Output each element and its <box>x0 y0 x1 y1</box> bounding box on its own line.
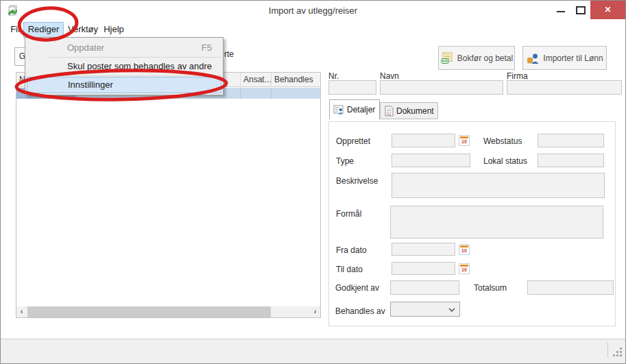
formal-label: Formål <box>336 209 361 219</box>
godkjent-av-label: Godkjent av <box>335 283 379 293</box>
svg-text:KR: KR <box>442 59 448 63</box>
bokfor-og-betal-label: Bokfør og betal <box>457 53 513 63</box>
grid-horizontal-scrollbar[interactable]: ‹ › <box>16 306 320 317</box>
godkjent-av-field[interactable] <box>390 280 459 295</box>
navn-label: Navn <box>380 71 399 81</box>
lokal-status-label: Lokal status <box>483 156 527 166</box>
scrollbar-thumb[interactable] <box>27 306 271 317</box>
expense-grid: N... Ansat... Behandles av ‹ › <box>16 72 321 318</box>
firma-field[interactable] <box>507 80 622 95</box>
detaljer-tab-icon <box>333 104 344 115</box>
rediger-dropdown-menu: Oppdater F5 Skul poster som behandles av… <box>25 37 224 95</box>
tab-detaljer[interactable]: Detaljer <box>329 99 380 119</box>
fra-dato-label: Fra dato <box>336 245 367 255</box>
type-label: Type <box>336 156 354 166</box>
statusbar-separator <box>607 342 608 358</box>
menu-item-oppdater-label: Oppdater <box>67 43 104 53</box>
firma-label: Firma <box>507 71 528 81</box>
grid-header-behandles-av[interactable]: Behandles av <box>272 73 320 87</box>
totalsum-label: Totalsum <box>474 283 507 293</box>
titlebar: Import av utlegg/reiser ✕ <box>1 1 625 21</box>
navn-field[interactable] <box>380 80 503 95</box>
fra-dato-calendar-icon[interactable]: 10 <box>459 244 470 255</box>
totalsum-field[interactable] <box>527 280 614 295</box>
menu-separator <box>47 75 221 76</box>
tab-dokument-label: Dokument <box>396 106 434 116</box>
formal-field[interactable] <box>390 206 603 239</box>
opprettet-label: Opprettet <box>336 136 370 146</box>
nr-label: Nr. <box>328 71 339 81</box>
til-dato-calendar-icon[interactable]: 10 <box>459 263 470 274</box>
dokument-tab-icon <box>384 106 394 117</box>
statusbar <box>1 339 625 364</box>
menu-item-skjul-poster-label: Skul poster som behandles av andre <box>67 61 212 71</box>
til-dato-label: Til dato <box>336 265 363 274</box>
menu-verktoy[interactable]: Verktøy <box>66 22 100 36</box>
window-title: Import av utlegg/reiser <box>1 5 625 16</box>
beskrivelse-label: Beskrivelse <box>336 176 378 186</box>
resize-grip-icon[interactable] <box>613 347 623 356</box>
menu-fil[interactable]: Fil <box>6 22 24 36</box>
menu-item-innstillinger[interactable]: Innstillinger <box>27 77 221 93</box>
importer-til-lonn-button[interactable]: Importer til Lønn <box>522 46 607 70</box>
app-window: Import av utlegg/reiser ✕ Fil Rediger Ve… <box>0 0 626 364</box>
opprettet-field[interactable] <box>392 134 455 147</box>
filter-fragment-right: rte <box>224 49 234 59</box>
til-dato-field[interactable] <box>392 262 455 275</box>
type-field[interactable] <box>392 154 470 167</box>
menu-separator <box>47 57 221 58</box>
maximize-icon[interactable] <box>576 6 586 14</box>
selected-row-cell[interactable] <box>272 88 320 99</box>
menu-item-skjul-poster[interactable]: Skul poster som behandles av andre <box>25 58 223 75</box>
payroll-person-icon <box>526 52 540 64</box>
grid-header-ansatt[interactable]: Ansat... <box>241 73 272 87</box>
menu-hjelp[interactable]: Hjelp <box>101 22 127 36</box>
minimize-icon[interactable] <box>557 11 565 12</box>
scroll-right-icon[interactable]: › <box>310 306 320 317</box>
bokfor-og-betal-button[interactable]: KR Bokfør og betal <box>438 46 515 70</box>
menu-item-oppdater-shortcut: F5 <box>202 40 212 56</box>
nr-field[interactable] <box>328 80 376 95</box>
menu-item-oppdater[interactable]: Oppdater F5 <box>25 40 223 56</box>
tab-detaljer-label: Detaljer <box>347 105 375 114</box>
beskrivelse-field[interactable] <box>392 173 605 198</box>
chevron-down-icon <box>448 308 455 312</box>
selected-row-cell[interactable] <box>241 88 272 99</box>
menu-rediger[interactable]: Rediger <box>23 22 64 38</box>
tab-dokument[interactable]: Dokument <box>380 102 438 119</box>
ledger-kr-icon: KR <box>440 52 454 64</box>
fra-dato-field[interactable] <box>392 243 455 256</box>
lokal-status-field[interactable] <box>538 154 604 167</box>
menu-item-innstillinger-label: Innstillinger <box>68 80 113 90</box>
webstatus-label: Webstatus <box>483 136 522 146</box>
close-button[interactable]: ✕ <box>590 1 625 19</box>
behandles-av-dropdown[interactable] <box>390 302 460 317</box>
opprettet-calendar-icon[interactable]: 10 <box>459 135 470 146</box>
scroll-left-icon[interactable]: ‹ <box>16 306 27 317</box>
behandles-av-label: Behandles av <box>335 306 385 316</box>
menubar: Fil Rediger Verktøy Hjelp <box>1 21 625 37</box>
webstatus-field[interactable] <box>538 134 604 147</box>
importer-til-lonn-label: Importer til Lønn <box>543 53 603 63</box>
